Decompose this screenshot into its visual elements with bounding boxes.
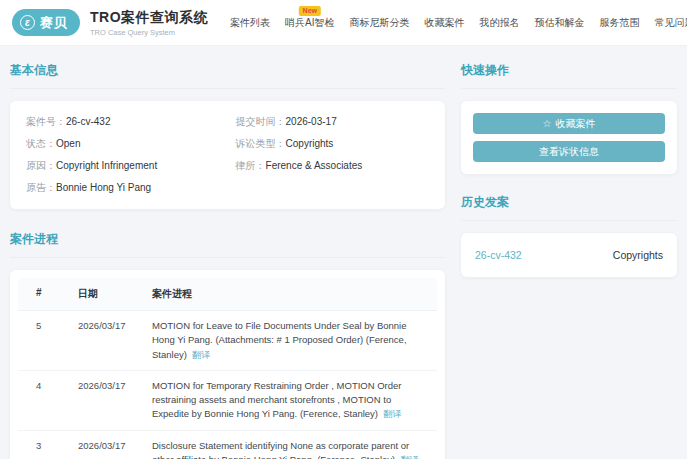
field-law-firm: 律所：Ference & Associates (236, 159, 429, 173)
brand-logo[interactable]: ε 赛贝 (12, 9, 80, 36)
nav-item-ai-check-label: 哨兵AI智检 (285, 17, 334, 28)
new-badge: New (299, 6, 321, 16)
basic-info-right-column: 提交时间：2026-03-17 诉讼类型：Copyrights 律所：Feren… (236, 115, 429, 195)
row-description-text: MOTION for Leave to File Documents Under… (152, 320, 407, 360)
favorite-case-button[interactable]: ☆ 收藏案件 (473, 113, 665, 134)
main-content: 基本信息 案件号：26-cv-432 状态：Open 原因：Copyright … (0, 46, 687, 459)
row-description: Disclosure Statement identifying None as… (152, 439, 421, 459)
view-complaint-label: 查看诉状信息 (539, 145, 599, 159)
table-row: 5 2026/03/17 MOTION for Leave to File Do… (18, 311, 437, 371)
basic-info-title: 基本信息 (10, 56, 445, 89)
logo-text: 赛贝 (40, 14, 68, 32)
history-case-type: Copyrights (613, 249, 663, 261)
main-nav: 案件列表 New哨兵AI智检 商标尼斯分类 收藏案件 我的报名 预估和解金 服务… (230, 16, 687, 30)
field-case-number-label: 案件号： (26, 116, 66, 127)
basic-info-card: 案件号：26-cv-432 状态：Open 原因：Copyright Infri… (10, 101, 445, 209)
field-plaintiff-value: Bonnie Hong Yi Pang (56, 182, 151, 193)
field-cause-value: Copyright Infringement (56, 160, 157, 171)
logo-icon: ε (20, 15, 35, 30)
row-number: 3 (36, 439, 70, 453)
left-column: 基本信息 案件号：26-cv-432 状态：Open 原因：Copyright … (10, 56, 445, 459)
field-plaintiff-label: 原告： (26, 182, 56, 193)
translate-link[interactable]: 翻译 (383, 408, 402, 419)
nav-item-my-registration[interactable]: 我的报名 (480, 16, 520, 30)
history-section: 历史发案 26-cv-432 Copyrights (461, 188, 677, 277)
nav-item-case-list[interactable]: 案件列表 (230, 16, 270, 30)
star-icon: ☆ (543, 119, 552, 129)
nav-item-settlement-estimate[interactable]: 预估和解金 (535, 16, 585, 30)
quick-actions-card: ☆ 收藏案件 查看诉状信息 (461, 101, 677, 174)
nav-item-favorite-cases[interactable]: 收藏案件 (425, 16, 465, 30)
row-description-text: Disclosure Statement identifying None as… (152, 440, 409, 459)
history-card: 26-cv-432 Copyrights (461, 233, 677, 277)
row-date: 2026/03/17 (78, 319, 144, 333)
app-title-block: TRO案件查询系统 TRO Case Query System (90, 9, 208, 37)
case-progress-table: # 日期 案件进程 5 2026/03/17 MOTION for Leave … (10, 278, 445, 459)
col-header-progress: 案件进程 (152, 287, 421, 301)
nav-item-faq[interactable]: 常见问题 (655, 16, 687, 30)
field-cause: 原因：Copyright Infringement (26, 159, 236, 173)
table-body: 5 2026/03/17 MOTION for Leave to File Do… (10, 311, 445, 459)
field-litigation-type: 诉讼类型：Copyrights (236, 137, 429, 151)
case-progress-title: 案件进程 (10, 225, 445, 258)
favorite-case-label: 收藏案件 (555, 117, 595, 131)
field-filing-date: 提交时间：2026-03-17 (236, 115, 429, 129)
row-number: 4 (36, 379, 70, 393)
field-filing-date-label: 提交时间： (236, 116, 286, 127)
nav-item-ai-check[interactable]: New哨兵AI智检 (285, 16, 334, 30)
case-progress-card: # 日期 案件进程 5 2026/03/17 MOTION for Leave … (10, 270, 445, 459)
field-law-firm-label: 律所： (236, 160, 266, 171)
row-description-text: MOTION for Temporary Restraining Order ,… (152, 380, 402, 420)
top-navbar: ε 赛贝 TRO案件查询系统 TRO Case Query System 案件列… (0, 0, 687, 46)
app-title: TRO案件查询系统 (90, 9, 208, 27)
row-date: 2026/03/17 (78, 379, 144, 393)
nav-item-nice-classification[interactable]: 商标尼斯分类 (350, 16, 410, 30)
history-case-link[interactable]: 26-cv-432 (475, 249, 522, 261)
history-title: 历史发案 (461, 188, 677, 221)
view-complaint-button[interactable]: 查看诉状信息 (473, 141, 665, 162)
field-status-value: Open (56, 138, 80, 149)
basic-info-left-column: 案件号：26-cv-432 状态：Open 原因：Copyright Infri… (26, 115, 236, 195)
table-row: 4 2026/03/17 MOTION for Temporary Restra… (18, 371, 437, 431)
history-list-item: 26-cv-432 Copyrights (475, 249, 663, 261)
field-litigation-type-label: 诉讼类型： (236, 138, 286, 149)
row-description: MOTION for Leave to File Documents Under… (152, 319, 421, 362)
row-description: MOTION for Temporary Restraining Order ,… (152, 379, 421, 422)
field-status-label: 状态： (26, 138, 56, 149)
col-header-date: 日期 (78, 287, 144, 301)
app-subtitle: TRO Case Query System (90, 28, 208, 37)
field-case-number-value: 26-cv-432 (66, 116, 110, 127)
field-law-firm-value: Ference & Associates (266, 160, 363, 171)
app-window: ε 赛贝 TRO案件查询系统 TRO Case Query System 案件列… (0, 0, 687, 459)
row-number: 5 (36, 319, 70, 333)
nav-item-service-scope[interactable]: 服务范围 (600, 16, 640, 30)
case-progress-section: 案件进程 # 日期 案件进程 5 2026/03/17 MOTION (10, 225, 445, 459)
translate-link[interactable]: 翻译 (192, 349, 211, 360)
field-status: 状态：Open (26, 137, 236, 151)
field-cause-label: 原因： (26, 160, 56, 171)
field-litigation-type-value: Copyrights (286, 138, 334, 149)
field-filing-date-value: 2026-03-17 (286, 116, 337, 127)
field-case-number: 案件号：26-cv-432 (26, 115, 236, 129)
field-plaintiff: 原告：Bonnie Hong Yi Pang (26, 181, 236, 195)
right-column: 快速操作 ☆ 收藏案件 查看诉状信息 历史发案 26-cv-432 Copyri… (461, 56, 677, 459)
table-row: 3 2026/03/17 Disclosure Statement identi… (18, 431, 437, 459)
translate-link[interactable]: 翻译 (400, 454, 419, 459)
quick-actions-title: 快速操作 (461, 56, 677, 89)
col-header-no: # (36, 287, 70, 298)
table-header-row: # 日期 案件进程 (18, 278, 437, 311)
row-date: 2026/03/17 (78, 439, 144, 453)
